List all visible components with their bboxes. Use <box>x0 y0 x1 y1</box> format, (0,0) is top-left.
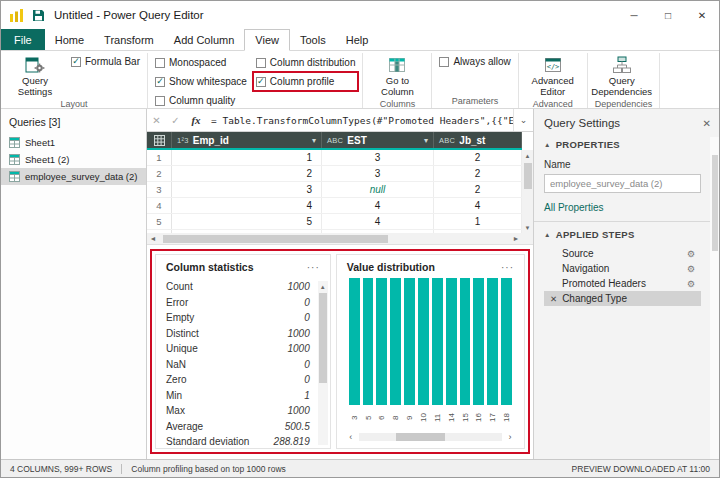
close-panel-icon[interactable]: ✕ <box>703 118 711 129</box>
distribution-bar[interactable] <box>432 278 443 405</box>
step-settings-gear-icon[interactable]: ⚙ <box>687 264 695 274</box>
scrollbar-thumb[interactable] <box>712 155 718 251</box>
select-all-corner-button[interactable] <box>147 132 172 148</box>
distribution-bar[interactable] <box>473 278 484 405</box>
query-name-input[interactable] <box>544 174 701 193</box>
formula-bar-checkbox[interactable]: Formula Bar <box>71 55 140 68</box>
distribution-bar[interactable] <box>487 278 498 405</box>
table-row[interactable]: 2232 <box>147 166 522 182</box>
statistics-scrollbar[interactable]: ▲ ▼ <box>318 281 328 445</box>
applied-step[interactable]: Navigation⚙ <box>544 261 701 276</box>
filter-dropdown-icon[interactable]: ▾ <box>312 136 316 145</box>
query-item[interactable]: Sheet1 <box>1 134 146 151</box>
tab-transform[interactable]: Transform <box>94 29 164 50</box>
table-cell[interactable]: 4 <box>172 198 322 213</box>
maximize-button[interactable]: □ <box>651 1 685 29</box>
table-cell[interactable]: 3 <box>172 182 322 197</box>
query-item[interactable]: Sheet1 (2) <box>1 151 146 168</box>
properties-section-header[interactable]: ▲ PROPERTIES <box>544 139 701 150</box>
column-profile-checkbox[interactable]: Column profile <box>256 75 356 88</box>
applied-step[interactable]: Promoted Headers⚙ <box>544 276 701 291</box>
distribution-bar[interactable] <box>390 278 401 405</box>
panel-menu-icon[interactable]: ··· <box>307 265 320 270</box>
table-cell[interactable]: 2 <box>434 166 522 181</box>
close-button[interactable]: ✕ <box>685 1 719 29</box>
panel-menu-icon[interactable]: ··· <box>501 265 514 270</box>
tab-tools[interactable]: Tools <box>290 29 336 50</box>
applied-step[interactable]: Source⚙ <box>544 246 701 261</box>
query-dependencies-button[interactable]: Query Dependencies <box>595 55 649 98</box>
column-header-emp-id[interactable]: 1²3 Emp_id ▾ <box>172 132 322 148</box>
always-allow-checkbox[interactable]: Always allow <box>439 55 510 68</box>
scrollbar-thumb[interactable] <box>319 293 327 383</box>
scroll-up-icon[interactable]: ▲ <box>318 281 328 292</box>
tab-home[interactable]: Home <box>45 29 94 50</box>
table-row[interactable]: 1132 <box>147 150 522 166</box>
table-cell[interactable]: 2 <box>434 182 522 197</box>
query-item[interactable]: employee_survey_data (2) <box>1 168 146 185</box>
table-row[interactable]: 5541 <box>147 214 522 230</box>
minimize-button[interactable]: ─ <box>617 1 651 29</box>
save-icon[interactable] <box>32 9 45 22</box>
distribution-bar[interactable] <box>376 278 387 405</box>
table-cell[interactable]: 4 <box>434 198 522 213</box>
scrollbar-thumb[interactable] <box>524 163 532 189</box>
distribution-bar[interactable] <box>446 278 457 405</box>
distribution-bar[interactable] <box>501 278 512 405</box>
cancel-formula-icon[interactable]: ✕ <box>147 109 166 131</box>
grid-horizontal-scrollbar[interactable]: ◄ ► <box>147 233 522 244</box>
distribution-bar[interactable] <box>460 278 471 405</box>
tab-help[interactable]: Help <box>336 29 379 50</box>
column-header-est[interactable]: ABC EST ▾ <box>322 132 434 148</box>
scroll-right-icon[interactable]: › <box>504 432 516 443</box>
applied-steps-section-header[interactable]: ▲ APPLIED STEPS <box>544 229 701 240</box>
column-quality-checkbox[interactable]: Column quality <box>155 94 247 107</box>
formula-expand-icon[interactable]: ⌄ <box>513 109 533 131</box>
distribution-bar[interactable] <box>418 278 429 405</box>
column-distribution-checkbox[interactable]: Column distribution <box>256 56 356 69</box>
go-to-column-button[interactable]: Go to Column <box>370 55 424 98</box>
scroll-left-icon[interactable]: ‹ <box>345 432 357 443</box>
distribution-bar[interactable] <box>349 278 360 405</box>
distribution-scrollbar[interactable]: ‹ › <box>345 431 516 443</box>
table-cell[interactable]: 3 <box>322 166 434 181</box>
table-cell[interactable]: null <box>322 182 434 197</box>
scroll-down-icon[interactable]: ▼ <box>522 222 533 233</box>
table-cell[interactable]: 4 <box>322 214 434 229</box>
tab-add-column[interactable]: Add Column <box>164 29 245 50</box>
column-header-jb-st[interactable]: ABC Jb_st <box>434 132 522 148</box>
advanced-editor-button[interactable]: </> Advanced Editor <box>526 55 580 98</box>
formula-input[interactable]: = Table.TransformColumnTypes(#"Promoted … <box>207 109 513 131</box>
step-settings-gear-icon[interactable]: ⚙ <box>687 279 695 289</box>
table-cell[interactable]: 2 <box>172 166 322 181</box>
scrollbar-track[interactable] <box>159 233 510 244</box>
commit-formula-icon[interactable]: ✓ <box>166 109 185 131</box>
all-properties-link[interactable]: All Properties <box>544 202 603 213</box>
delete-step-icon[interactable]: ✕ <box>550 294 557 304</box>
table-cell[interactable]: 2 <box>434 150 522 165</box>
filter-dropdown-icon[interactable]: ▾ <box>424 136 428 145</box>
table-row[interactable]: 33null2 <box>147 182 522 198</box>
table-cell[interactable]: 1 <box>172 150 322 165</box>
scroll-right-icon[interactable]: ► <box>510 233 522 244</box>
scrollbar-thumb[interactable] <box>163 235 388 243</box>
distribution-bar[interactable] <box>363 278 374 405</box>
applied-step[interactable]: ✕Changed Type <box>544 291 701 306</box>
monospaced-checkbox[interactable]: Monospaced <box>155 56 247 69</box>
table-cell[interactable]: 5 <box>172 214 322 229</box>
distribution-bar[interactable] <box>404 278 415 405</box>
query-settings-button[interactable]: Query Settings <box>8 55 62 98</box>
table-row[interactable]: 4444 <box>147 198 522 214</box>
tab-view[interactable]: View <box>244 29 290 51</box>
table-cell[interactable]: 1 <box>434 214 522 229</box>
scrollbar-track[interactable] <box>359 433 502 441</box>
table-cell[interactable]: 4 <box>322 198 434 213</box>
settings-scrollbar[interactable] <box>710 137 719 459</box>
step-settings-gear-icon[interactable]: ⚙ <box>687 249 695 259</box>
scroll-up-icon[interactable]: ▲ <box>522 150 533 161</box>
show-whitespace-checkbox[interactable]: Show whitespace <box>155 75 247 88</box>
grid-vertical-scrollbar[interactable]: ▲ ▼ <box>522 150 533 233</box>
scrollbar-thumb[interactable] <box>396 433 445 441</box>
tab-file[interactable]: File <box>1 29 45 50</box>
table-cell[interactable]: 3 <box>322 150 434 165</box>
